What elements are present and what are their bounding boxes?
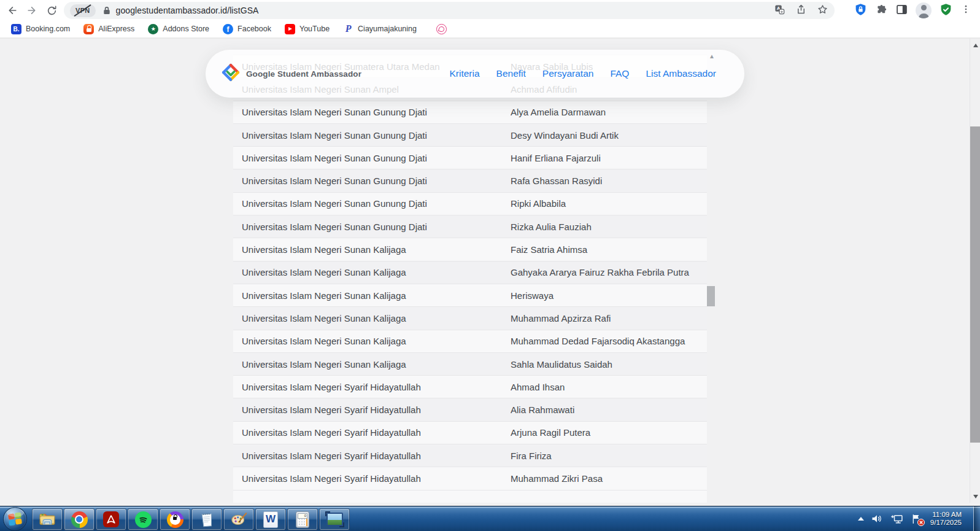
ambassador-name-cell: Muhammad Apzirza Rafi — [511, 313, 707, 324]
share-icon[interactable] — [795, 4, 807, 18]
security-shield-check-icon[interactable] — [939, 2, 953, 19]
taskbar-app-snipping-tool[interactable] — [319, 508, 350, 530]
bookmark-favicon — [343, 24, 353, 34]
browser-scrollbar[interactable] — [970, 39, 980, 503]
table-row: Universitas Islam Negeri Syarif Hidayatu… — [233, 398, 707, 421]
table-row: Universitas Islam Negeri Sunan Gunung Dj… — [233, 169, 707, 192]
secureline-vpn-icon — [167, 511, 183, 528]
nav-link[interactable]: Kriteria — [449, 68, 479, 79]
back-icon[interactable] — [4, 2, 21, 19]
side-panel-icon[interactable] — [895, 3, 908, 18]
tray-clock[interactable]: 11:09 AM 9/17/2025 — [929, 511, 966, 527]
university-cell: Universitas Islam Negeri Sunan Kalijaga — [233, 244, 511, 255]
ambassador-name-cell: Ahmad Ihsan — [511, 382, 707, 392]
bookmark-item[interactable]: AliExpress — [79, 22, 139, 36]
university-cell: Universitas Islam Negeri Syarif Hidayatu… — [233, 451, 511, 461]
taskbar-app-spotify[interactable] — [128, 508, 158, 530]
ambassador-name-cell: Alia Rahmawati — [511, 405, 707, 415]
taskbar-app-file-explorer[interactable] — [32, 508, 63, 530]
taskbar-app-notepad[interactable] — [191, 508, 222, 530]
translate-icon[interactable]: A — [774, 4, 785, 18]
show-desktop-strip[interactable] — [973, 506, 980, 531]
bookmark-label: Facebook — [237, 25, 271, 33]
brand-text: Google Student Ambassador — [246, 69, 361, 79]
bookmark-favicon — [285, 24, 295, 34]
bookmark-item[interactable] — [425, 22, 452, 36]
gsa-diamond-logo-icon — [222, 63, 240, 84]
taskbar-app-paint[interactable] — [223, 508, 254, 530]
nav-link[interactable]: Benefit — [496, 68, 526, 79]
taskbar-app-calculator[interactable] — [287, 508, 318, 530]
ambassador-name-cell: Alya Amelia Darmawan — [511, 107, 707, 117]
adobe-reader-icon — [103, 511, 119, 527]
ambassador-name-cell: Muhammad Zikri Pasa — [511, 473, 707, 484]
university-cell: Universitas Islam Negeri Syarif Hidayatu… — [233, 405, 511, 415]
taskbar-app-secureline-vpn[interactable] — [160, 508, 190, 530]
bookmark-item[interactable]: Booking.com — [6, 22, 75, 36]
hidden-icons-arrow[interactable] — [858, 517, 864, 521]
taskbar-app-chrome[interactable] — [64, 508, 95, 530]
bookmark-item[interactable]: YouTube — [280, 22, 334, 36]
table-row: Universitas Islam Negeri Sunan Gunung Dj… — [233, 146, 707, 169]
bookmark-label: YouTube — [299, 25, 330, 33]
network-icon[interactable] — [890, 513, 904, 525]
university-cell: Universitas Islam Negeri Syarif Hidayatu… — [233, 382, 511, 392]
volume-icon[interactable] — [871, 513, 883, 524]
snipping-tool-icon — [326, 513, 343, 526]
bookmark-label: AliExpress — [98, 25, 134, 33]
bookmark-favicon — [83, 24, 94, 34]
table-row: Universitas Islam Negeri Sunan Kalijaga … — [233, 330, 707, 352]
reload-icon[interactable] — [43, 2, 60, 19]
ambassador-name-cell: Sahla Maulidatus Saidah — [511, 359, 707, 370]
ambassador-name-cell: Rizka Aulia Fauziah — [511, 222, 707, 232]
nav-link[interactable]: Persyaratan — [542, 68, 594, 79]
kebab-menu-icon[interactable] — [960, 4, 971, 17]
url-text[interactable]: googlestudentambassador.id/listGSA — [116, 6, 769, 15]
university-cell: Universitas Islam Negeri Sunan Gunung Dj… — [233, 130, 511, 141]
bookmark-item[interactable]: Addons Store — [143, 22, 214, 36]
bookmark-label: Booking.com — [26, 25, 70, 33]
start-button[interactable] — [3, 507, 27, 531]
scrollbar-thumb[interactable] — [970, 126, 980, 443]
shield-lock-extension-icon[interactable] — [854, 2, 868, 19]
taskbar-app-adobe-reader[interactable] — [96, 508, 126, 530]
lock-icon[interactable] — [103, 6, 110, 15]
table-scrollbar-thumb[interactable] — [707, 286, 715, 306]
ambassador-name-cell: Desy Windayani Budi Artik — [511, 130, 707, 141]
extensions-puzzle-icon[interactable] — [875, 3, 888, 18]
nav-link[interactable]: FAQ — [610, 68, 629, 79]
bookmark-item[interactable]: Ciayumajakuning — [338, 22, 422, 36]
ambassador-table: Universitas Islam Negeri Sumatera Utara … — [233, 55, 707, 503]
tray-time: 11:09 AM — [930, 511, 962, 519]
scroll-top-caret-icon[interactable]: ▲ — [709, 53, 715, 60]
university-cell: Universitas Islam Negeri Sunan Gunung Dj… — [233, 176, 511, 186]
vpn-disabled-badge[interactable]: VPN — [70, 4, 96, 17]
bookmark-label: Addons Store — [163, 25, 209, 33]
table-row: Universitas Islam Negeri Sunan Gunung Dj… — [233, 192, 707, 215]
bookmark-item[interactable]: Facebook — [218, 22, 276, 36]
scrollbar-up-arrow[interactable] — [970, 40, 980, 50]
scrollbar-down-arrow[interactable] — [970, 491, 980, 502]
university-cell: Universitas Islam Negeri Sunan Kalijaga — [233, 290, 511, 301]
ambassador-name-cell: Hanif Erliana Fajarzuli — [511, 153, 707, 163]
bookmark-favicon — [223, 24, 233, 34]
university-cell: Universitas Islam Negeri Sunan Kalijaga — [233, 336, 511, 346]
address-bar[interactable]: VPN googlestudentambassador.id/listGSA A — [64, 2, 835, 19]
taskbar: W — [0, 506, 980, 531]
taskbar-app-word[interactable]: W — [255, 508, 286, 530]
action-center-flag-icon[interactable] — [911, 513, 922, 525]
brand[interactable]: Google Student Ambassador — [222, 63, 361, 84]
bookmark-star-icon[interactable] — [817, 4, 828, 18]
table-row: Universitas Islam Negeri Syarif Hidayatu… — [233, 444, 707, 467]
bookmark-favicon — [148, 24, 158, 34]
spotify-icon — [135, 511, 152, 528]
desktop-screen: VPN googlestudentambassador.id/listGSA A — [0, 0, 980, 531]
profile-avatar[interactable] — [916, 2, 932, 18]
forward-icon[interactable] — [23, 2, 41, 19]
table-row: Universitas Islam Negeri Sunan Kalijaga … — [233, 238, 707, 260]
table-row: Universitas Islam Negeri Sunan Kalijaga … — [233, 261, 707, 284]
nav-link[interactable]: List Ambassador — [646, 68, 716, 79]
windows-logo-icon — [8, 512, 22, 526]
table-partial-row — [233, 490, 707, 503]
ambassador-name-cell: Muhammad Dedad Fajarsodiq Akastangga — [511, 336, 707, 346]
